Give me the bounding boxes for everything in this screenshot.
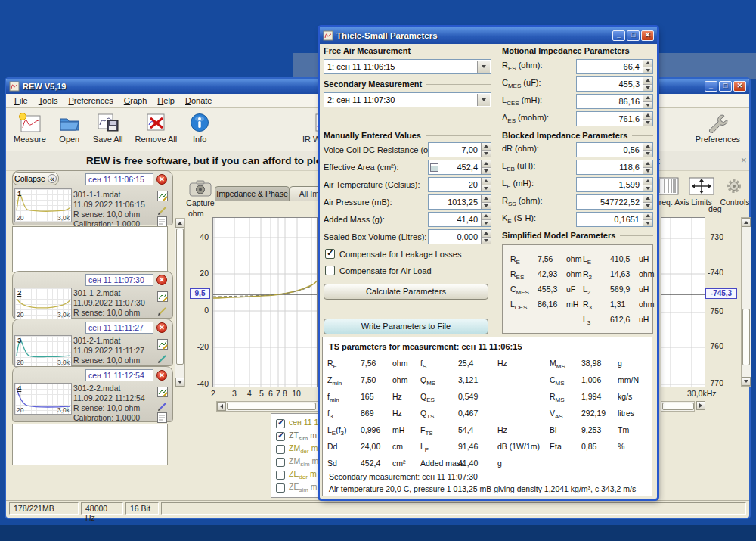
minimize-button[interactable]: _	[705, 81, 717, 92]
value-field[interactable]: 761,6	[576, 111, 653, 126]
spinner-buttons[interactable]	[481, 160, 491, 174]
value-field[interactable]: 66,4	[576, 59, 653, 74]
save-all-button[interactable]: Save All	[93, 112, 123, 144]
scrollbar-thumb[interactable]	[227, 403, 316, 410]
scroll-right-icon[interactable]	[696, 401, 705, 410]
value-field[interactable]: 20	[428, 177, 491, 192]
measurement-notes-area[interactable]	[12, 424, 168, 465]
value-field[interactable]: 455,3	[576, 76, 653, 92]
scroll-up-icon[interactable]	[742, 218, 751, 227]
close-button[interactable]: ✕	[733, 81, 746, 92]
pen-icon[interactable]	[157, 401, 168, 412]
chart-edit-icon[interactable]	[157, 387, 168, 397]
dialog-maximize-button[interactable]: □	[627, 30, 640, 41]
maximize-button[interactable]: □	[719, 81, 732, 92]
delete-measurement-icon[interactable]: ✕	[156, 275, 167, 285]
limits-icon[interactable]	[689, 177, 714, 195]
leakage-losses-checkbox[interactable]	[325, 249, 335, 259]
air-load-row[interactable]: Compensate for Air Load	[325, 266, 432, 275]
value-field[interactable]: 41,40	[428, 212, 491, 227]
pen-icon[interactable]	[157, 205, 168, 216]
value-field[interactable]: 0,56	[576, 142, 653, 157]
trace-checkbox[interactable]	[276, 419, 285, 428]
panel-scrollbar[interactable]	[175, 218, 185, 387]
value-field[interactable]: 86,16	[576, 94, 653, 109]
spinner-buttons[interactable]	[643, 60, 652, 73]
trace-checkbox[interactable]	[276, 458, 285, 467]
spinner-buttons[interactable]	[481, 178, 491, 191]
spinner-buttons[interactable]	[643, 77, 652, 91]
write-parameters-button[interactable]: Write Parameters to File	[324, 319, 488, 334]
scroll-down-icon[interactable]	[175, 378, 184, 387]
banner-close-icon[interactable]: ×	[741, 154, 747, 166]
spinner-buttons[interactable]	[643, 213, 652, 226]
measurement-name-input[interactable]	[85, 173, 153, 185]
trace-checkbox[interactable]	[276, 483, 285, 493]
spinner-buttons[interactable]	[481, 213, 491, 226]
calculate-parameters-button[interactable]: Calculate Parameters	[324, 284, 488, 300]
delete-measurement-icon[interactable]: ✕	[156, 370, 167, 381]
capture-icon[interactable]	[187, 180, 213, 197]
scroll-down-icon[interactable]	[742, 377, 751, 386]
measurement-name-input[interactable]	[85, 274, 153, 286]
scroll-left-icon[interactable]	[217, 402, 226, 411]
calculator-icon[interactable]	[430, 163, 438, 172]
notes-icon[interactable]	[157, 216, 167, 227]
menu-item[interactable]: Graph	[119, 95, 153, 107]
secondary-measurement-select[interactable]: 2: сен 11 11:07:30	[324, 92, 491, 107]
measurement-notes-area[interactable]	[12, 226, 168, 272]
delete-measurement-icon[interactable]: ✕	[156, 174, 167, 185]
measurement-name-input[interactable]	[85, 369, 153, 381]
spinner-buttons[interactable]	[643, 112, 652, 126]
spinner-buttons[interactable]	[643, 160, 652, 174]
menu-item[interactable]: Donate	[180, 95, 217, 107]
scroll-up-icon[interactable]	[175, 219, 184, 228]
chart-edit-icon[interactable]	[157, 291, 168, 302]
pen-icon[interactable]	[157, 353, 168, 364]
plot-h-scrollbar-right[interactable]	[661, 401, 695, 412]
value-field[interactable]: 1,599	[576, 177, 653, 192]
chevron-down-icon[interactable]	[477, 94, 490, 106]
scrollbar-thumb[interactable]	[742, 309, 750, 365]
controls-gear-icon[interactable]	[726, 178, 742, 194]
remove-all-button[interactable]: Remove All	[135, 112, 178, 144]
plot-h-scrollbar[interactable]	[216, 401, 318, 412]
controls-label[interactable]: Controls	[720, 197, 750, 207]
spinner-buttons[interactable]	[481, 143, 491, 157]
trace-checkbox[interactable]	[276, 432, 285, 441]
spinner-buttons[interactable]	[643, 143, 652, 157]
value-field[interactable]: 0,1651	[576, 212, 653, 227]
value-field[interactable]: 7,00	[428, 142, 491, 157]
menu-item[interactable]: Preferences	[63, 95, 118, 107]
plot-v-scrollbar[interactable]	[741, 217, 751, 387]
menu-item[interactable]: Tools	[33, 95, 64, 107]
menu-item[interactable]: File	[9, 95, 33, 107]
menu-item[interactable]: Help	[152, 95, 180, 107]
spinner-buttons[interactable]	[481, 195, 491, 209]
thumbnail-chart[interactable]: 3 20 3,0k	[14, 335, 72, 367]
delete-measurement-icon[interactable]: ✕	[156, 322, 167, 333]
chart-edit-icon[interactable]	[157, 191, 168, 201]
measurement-card-4[interactable]: ✕ 4 20 3,0k 301-2-2.mdat 11.09.2022 11:1…	[12, 366, 173, 422]
trace-checkbox[interactable]	[276, 471, 285, 480]
chevron-down-icon[interactable]	[477, 61, 490, 73]
measurement-name-input[interactable]	[85, 322, 153, 334]
spinner-buttons[interactable]	[481, 230, 491, 244]
value-field[interactable]: 1013,25	[428, 194, 491, 210]
thumbnail-chart[interactable]: 4 20 3,0k	[14, 383, 72, 415]
preferences-button[interactable]: Preferences	[696, 112, 740, 144]
scrollbar-thumb[interactable]	[662, 403, 694, 410]
trace-checkbox[interactable]	[276, 445, 285, 454]
spinner-buttons[interactable]	[643, 195, 652, 209]
value-field[interactable]: 452,4	[428, 160, 491, 175]
open-button[interactable]: Open	[58, 112, 81, 144]
spinner-buttons[interactable]	[643, 95, 652, 108]
chart-edit-icon[interactable]	[157, 339, 168, 350]
dialog-minimize-button[interactable]: _	[612, 30, 625, 41]
collapse-panel-button[interactable]: Collapse «	[12, 172, 59, 185]
air-load-checkbox[interactable]	[325, 266, 335, 275]
spinner-buttons[interactable]	[643, 178, 652, 191]
thumbnail-chart[interactable]: 1 20 3,0k	[14, 188, 72, 222]
measurement-card-3[interactable]: ✕ 3 20 3,0k 301-2-1.mdat 11.09.2022 11:1…	[12, 319, 173, 366]
value-field[interactable]: 0,000	[428, 229, 491, 244]
